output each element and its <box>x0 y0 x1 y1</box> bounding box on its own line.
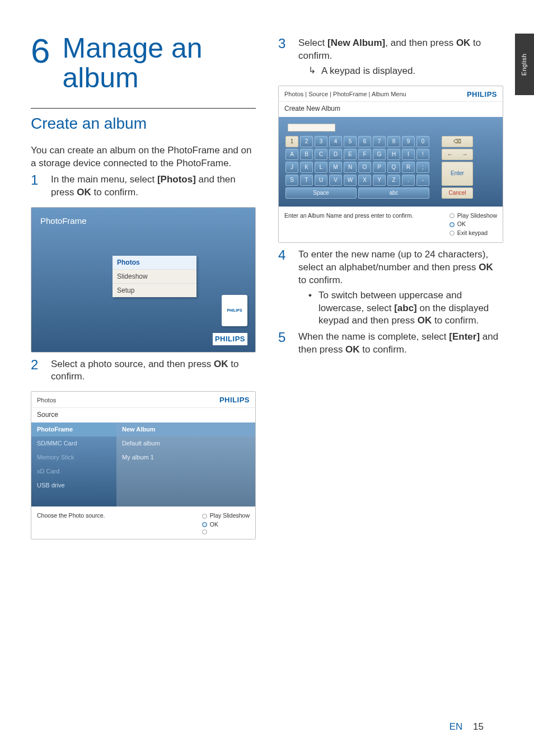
circle-icon <box>449 213 455 218</box>
key-left-icon: ← <box>442 151 457 158</box>
step-3-body: Select [New Album], and then press OK to… <box>298 37 503 78</box>
shot3-foot-msg: Enter an Album Name and press enter to c… <box>284 212 414 219</box>
key-c: C <box>315 149 327 160</box>
shot1-frame-icon: PHILIPS <box>222 295 247 326</box>
key-abc: abc <box>358 187 429 199</box>
footer-lang: EN <box>449 721 463 732</box>
shot2-foot-actions: Play Slideshow OK <box>202 511 250 534</box>
shot1-menu-slideshow: Slideshow <box>113 269 196 283</box>
step-1-body: In the main menu, select [Photos] and th… <box>51 173 256 199</box>
shot2-myalbum1: My album 1 <box>116 450 255 464</box>
shot3-breadcrumb: Photos | Source | PhotoFrame | Album Men… <box>284 90 406 98</box>
key-k: K <box>300 162 313 173</box>
circle-icon <box>449 222 455 227</box>
key-backspace: ⌫ <box>442 136 473 147</box>
key-i: I <box>402 149 415 160</box>
key-g: G <box>373 149 386 160</box>
key-9: 9 <box>402 136 415 147</box>
shot3-body: 1 2 3 4 5 6 7 8 9 0 A <box>279 117 503 206</box>
shot1-brand: PHILIPS <box>213 333 247 345</box>
key-m: M <box>329 162 342 173</box>
shot2-breadcrumb: Photos <box>37 396 56 405</box>
shot3-brand: PHILIPS <box>467 90 497 100</box>
key-l: L <box>315 162 327 173</box>
shot2-default: Default album <box>116 436 255 450</box>
key-t: T <box>300 175 313 186</box>
step-3: 3 Select [New Album], and then press OK … <box>278 37 503 78</box>
page-footer: EN 15 <box>449 721 484 734</box>
screenshot-source-list: Photos PHILIPS Source PhotoFrame SD/MMC … <box>31 391 256 539</box>
shot2-right-list: New Album Default album My album 1 <box>116 422 255 506</box>
screenshot-1-body: PhotoFrame Photos Slideshow Setup PHILIP… <box>31 208 255 352</box>
key-z: Z <box>387 175 400 186</box>
key-dash: - <box>416 175 429 186</box>
shot3-keypad: 1 2 3 4 5 6 7 8 9 0 A <box>285 136 496 199</box>
key-2: 2 <box>300 136 313 147</box>
section-divider <box>31 108 256 109</box>
key-4: 4 <box>329 136 342 147</box>
shot2-src-sdmmc: SD/MMC Card <box>31 436 116 450</box>
language-side-tab-label: English <box>521 53 529 76</box>
shot2-header: Photos PHILIPS <box>31 392 255 407</box>
page-content: 6 Manage an album Create an album You ca… <box>0 0 534 567</box>
circle-icon <box>449 231 455 236</box>
step-1-number: 1 <box>31 173 42 199</box>
step-4-bullet: • To switch between uppercase and lowerc… <box>298 289 503 328</box>
key-excl: ! <box>416 149 429 160</box>
key-p: P <box>373 162 386 173</box>
screenshot-main-menu: PhotoFrame Photos Slideshow Setup PHILIP… <box>31 207 256 353</box>
shot2-left-list: PhotoFrame SD/MMC Card Memory Stick xD C… <box>31 422 116 506</box>
key-0: 0 <box>416 136 429 147</box>
key-dot: . <box>402 175 415 186</box>
circle-icon <box>202 529 207 534</box>
step-5: 5 When the name is complete, select [Ent… <box>278 331 503 356</box>
key-3: 3 <box>315 136 327 147</box>
shot2-subhead: Source <box>31 407 255 422</box>
step-5-number: 5 <box>278 331 289 356</box>
key-8: 8 <box>387 136 400 147</box>
circle-icon <box>202 514 207 519</box>
key-h: H <box>387 149 400 160</box>
key-cancel: Cancel <box>442 187 473 199</box>
key-f: F <box>358 149 371 160</box>
step-5-body: When the name is complete, select [Enter… <box>298 331 503 356</box>
shot2-body: PhotoFrame SD/MMC Card Memory Stick xD C… <box>31 422 255 506</box>
shot3-header: Photos | Source | PhotoFrame | Album Men… <box>279 86 503 102</box>
step-4-body: To enter the new name (up to 24 characte… <box>298 248 503 328</box>
key-u: U <box>315 175 327 186</box>
left-column: 6 Manage an album Create an album You ca… <box>31 34 256 545</box>
shot3-footer: Enter an Album Name and press enter to c… <box>279 206 503 242</box>
key-semi: ; <box>416 162 429 173</box>
shot1-menu: Photos Slideshow Setup <box>113 256 196 298</box>
shot1-title: PhotoFrame <box>40 215 87 227</box>
shot1-menu-photos: Photos <box>113 256 196 269</box>
step-3-result: ↳ A keypad is displayed. <box>298 65 503 78</box>
key-space: Space <box>285 187 357 199</box>
bullet-icon: • <box>308 289 313 328</box>
key-d: D <box>329 149 342 160</box>
key-w: W <box>344 175 357 186</box>
intro-paragraph: You can create an album on the PhotoFram… <box>31 144 256 170</box>
shot3-subhead: Create New Album <box>279 101 503 116</box>
step-2-number: 2 <box>31 358 42 384</box>
chapter-title: 6 Manage an album <box>31 34 256 92</box>
footer-page-number: 15 <box>473 721 484 732</box>
key-5: 5 <box>344 136 357 147</box>
key-e: E <box>344 149 357 160</box>
shot3-foot-actions: Play Slideshow OK Exit keypad <box>449 212 497 238</box>
key-arrows: ← → <box>442 149 473 160</box>
key-a: A <box>285 149 298 160</box>
key-b: B <box>300 149 313 160</box>
key-o: O <box>358 162 371 173</box>
shot3-side-keys: ⌫ ← → Enter Cancel <box>442 136 473 199</box>
key-q: Q <box>387 162 400 173</box>
step-3-number: 3 <box>278 37 289 78</box>
chapter-number: 6 <box>31 34 50 68</box>
key-x: X <box>358 175 371 186</box>
key-7: 7 <box>373 136 386 147</box>
chapter-text: Manage an album <box>62 34 202 92</box>
section-title: Create an album <box>31 113 256 134</box>
step-2: 2 Select a photo source, and then press … <box>31 358 256 384</box>
step-1: 1 In the main menu, select [Photos] and … <box>31 173 256 199</box>
key-y: Y <box>373 175 386 186</box>
